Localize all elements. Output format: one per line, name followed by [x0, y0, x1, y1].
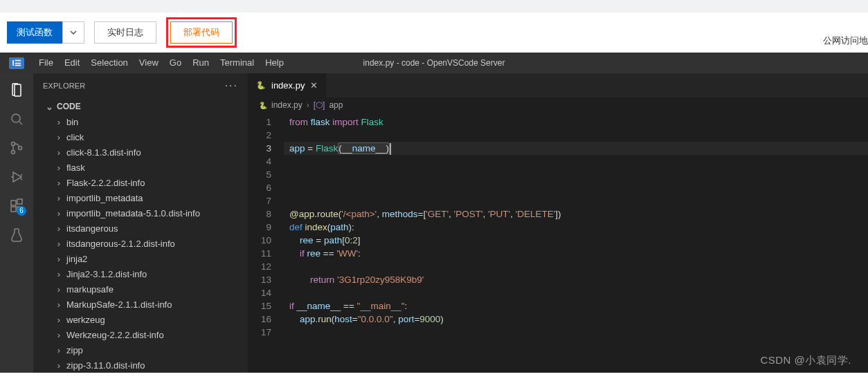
menu-view[interactable]: View [134, 53, 164, 73]
sidebar: EXPLORER ··· ⌄CODE ›bin›click›click-8.1.… [33, 73, 248, 373]
python-icon: 🐍 [256, 81, 266, 90]
tree-folder[interactable]: ›Flask-2.2.2.dist-info [51, 175, 248, 190]
code-editor[interactable]: 1234567891011121314151617 from flask imp… [248, 113, 868, 373]
realtime-log-button[interactable]: 实时日志 [94, 21, 156, 44]
search-icon[interactable] [7, 109, 26, 129]
scm-icon[interactable] [7, 138, 26, 158]
menu-selection[interactable]: Selection [85, 53, 133, 73]
menu-terminal[interactable]: Terminal [215, 53, 260, 73]
tree-folder[interactable]: ›click-8.1.3.dist-info [51, 145, 248, 160]
svg-point-0 [12, 114, 20, 122]
tree-folder[interactable]: ›jinja2 [51, 251, 248, 266]
extensions-icon[interactable]: 6 [7, 196, 26, 216]
menu-go[interactable]: Go [164, 53, 187, 73]
python-icon: 🐍 [259, 102, 267, 109]
tree-folder[interactable]: ›click [51, 129, 248, 145]
svg-point-3 [19, 147, 22, 150]
close-tab-icon[interactable]: ✕ [310, 80, 318, 91]
tree-folder[interactable]: ›importlib_metadata-5.1.0.dist-info [51, 205, 248, 221]
menu-help[interactable]: Help [260, 53, 289, 73]
deploy-highlight: 部署代码 [166, 17, 237, 48]
tree-folder[interactable]: ›Jinja2-3.1.2.dist-info [51, 266, 248, 281]
explorer-more-icon[interactable]: ··· [225, 80, 238, 92]
tree-folder[interactable]: ›MarkupSafe-2.1.1.dist-info [51, 297, 248, 312]
svg-rect-4 [11, 201, 16, 205]
test-fn-button[interactable]: 测试函数 [7, 21, 62, 44]
vscode-title-bar: I☰ File Edit Selection View Go Run Termi… [0, 53, 868, 73]
tree-folder[interactable]: ›zipp-3.11.0.dist-info [51, 357, 248, 373]
menu-file[interactable]: File [33, 53, 59, 73]
extensions-badge: 6 [17, 206, 26, 216]
tree-folder[interactable]: ›importlib_metadata [51, 190, 248, 205]
test-fn-dropdown[interactable] [62, 21, 84, 44]
svg-rect-5 [11, 207, 16, 212]
tab-index-py[interactable]: 🐍 index.py ✕ [248, 73, 327, 97]
test-fn-split: 测试函数 [7, 21, 84, 44]
crumb-symbol: app [329, 100, 343, 110]
crumb-file: index.py [271, 100, 302, 110]
tree-folder[interactable]: ›Werkzeug-2.2.2.dist-info [51, 327, 248, 342]
deploy-code-button[interactable]: 部署代码 [170, 21, 233, 44]
tree-folder[interactable]: ›markupsafe [51, 281, 248, 297]
tree-folder[interactable]: ›flask [51, 160, 248, 175]
explorer-label: EXPLORER [43, 82, 86, 90]
activity-bar: 6 [0, 73, 33, 373]
menu-edit[interactable]: Edit [59, 53, 85, 73]
tree-folder[interactable]: ›werkzeug [51, 312, 248, 327]
svg-rect-7 [17, 199, 22, 204]
testing-icon[interactable] [7, 225, 26, 245]
tab-filename: index.py [271, 80, 305, 91]
vscode-logo: I☰ [0, 57, 33, 69]
explorer-icon[interactable] [7, 80, 26, 100]
svg-point-2 [12, 151, 15, 154]
tree-root[interactable]: ⌄CODE [42, 99, 248, 114]
menu-run[interactable]: Run [187, 53, 215, 73]
tree-folder[interactable]: ›zipp [51, 342, 248, 357]
editor-area: 🐍 index.py ✕ 🐍 index.py › [⬡] app 123456… [248, 73, 868, 373]
chevron-down-icon [70, 29, 77, 36]
tree-folder[interactable]: ›bin [51, 114, 248, 129]
breadcrumb[interactable]: 🐍 index.py › [⬡] app [248, 97, 868, 113]
tree-folder[interactable]: ›itsdangerous [51, 221, 248, 236]
svg-point-1 [12, 142, 15, 146]
debug-icon[interactable] [7, 167, 26, 187]
tree-folder[interactable]: ›itsdangerous-2.1.2.dist-info [51, 236, 248, 251]
public-access-label: 公网访问地 [823, 35, 868, 47]
variable-icon: [⬡] [314, 100, 325, 110]
